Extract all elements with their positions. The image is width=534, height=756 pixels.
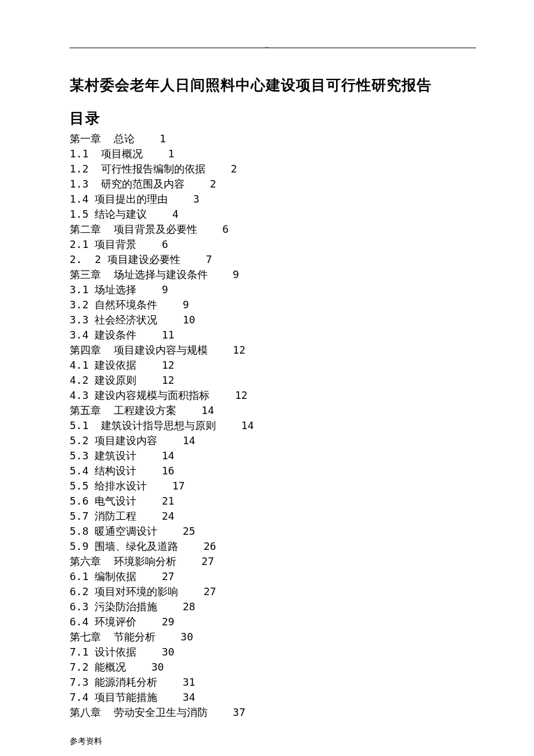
toc-entry: 7.1 设计依据 30	[70, 645, 476, 660]
toc-gap	[208, 268, 233, 280]
toc-entry-page: 30	[181, 631, 193, 643]
toc-entry: 5.1 建筑设计指导思想与原则 14	[70, 418, 476, 433]
toc-entry-page: 6	[162, 238, 168, 250]
toc-gap	[181, 253, 205, 265]
toc-gap	[136, 465, 161, 477]
toc-entry-label: 3.4 建设条件	[70, 329, 136, 341]
toc-entry-label: 7.2 能概况	[70, 661, 126, 673]
toc-entry-page: 6	[222, 223, 229, 235]
toc-gap	[136, 570, 161, 582]
toc-entry-label: 2. 2 项目建设必要性	[70, 253, 181, 265]
toc-gap	[136, 374, 161, 386]
toc-entry: 5.8 暖通空调设计 25	[70, 524, 476, 539]
toc-entry-page: 1	[168, 147, 175, 160]
toc-entry: 7.3 能源消耗分析 31	[70, 675, 476, 690]
toc-entry: 4.1 建设依据 12	[70, 358, 476, 373]
toc-entry-page: 12	[235, 389, 248, 401]
toc-entry: 第五章 工程建设方案 14	[70, 403, 476, 418]
document-page: .. 某村委会老年人日间照料中心建设项目可行性研究报告 目录 第一章 总论 11…	[0, 0, 534, 756]
toc-entry-page: 4	[172, 208, 179, 220]
toc-entry: 5.4 结构设计 16	[70, 463, 476, 478]
toc-entry-label: 5.7 消防工程	[70, 510, 136, 522]
toc-entry-page: 12	[162, 374, 175, 386]
toc-entry: 7.2 能概况 30	[70, 660, 476, 675]
toc-entry-label: 3.2 自然环境条件	[70, 298, 157, 311]
toc-entry-label: 5.4 结构设计	[70, 465, 136, 477]
toc-heading: 目录	[70, 109, 476, 128]
toc-gap	[210, 389, 234, 401]
toc-entry-page: 25	[183, 525, 196, 537]
toc-entry-page: 34	[183, 691, 196, 703]
toc-entry: 第六章 环境影响分析 27	[70, 554, 476, 569]
toc-entry-label: 4.3 建设内容规模与面积指标	[70, 389, 210, 401]
toc-entry: 5.7 消防工程 24	[70, 509, 476, 524]
toc-entry-page: 31	[183, 676, 196, 688]
toc-entry: 1.1 项目概况 1	[70, 146, 476, 161]
toc-entry-page: 14	[162, 449, 175, 462]
toc-gap	[185, 178, 210, 190]
toc-entry-label: 2.1 项目背景	[70, 238, 136, 250]
toc-entry: 5.5 给排水设计 17	[70, 478, 476, 494]
toc-gap	[136, 329, 161, 341]
header-rule	[70, 48, 476, 48]
toc-entry-page: 27	[162, 570, 175, 582]
toc-entry-label: 5.6 电气设计	[70, 495, 136, 507]
toc-entry-page: 30	[151, 661, 164, 673]
toc-entry-label: 7.1 设计依据	[70, 646, 136, 658]
toc-entry-page: 12	[162, 359, 175, 371]
toc-gap	[205, 163, 230, 175]
toc-gap	[178, 585, 203, 597]
toc-entry-label: 1.3 研究的范围及内容	[70, 178, 185, 190]
footer-text: 参考资料	[70, 736, 476, 747]
toc-gap	[136, 615, 161, 628]
toc-gap	[157, 600, 182, 613]
toc-entry-label: 第一章 总论	[70, 132, 135, 145]
toc-entry-label: 3.1 场址选择	[70, 283, 136, 296]
toc-entry-page: 2	[231, 163, 237, 175]
toc-entry-page: 7	[205, 253, 212, 265]
toc-entry: 3.1 场址选择 9	[70, 282, 476, 297]
toc-entry: 5.2 项目建设内容 14	[70, 433, 476, 448]
toc-entry: 2.1 项目背景 6	[70, 237, 476, 252]
toc-entry-page: 16	[162, 465, 175, 477]
toc-gap	[147, 480, 172, 492]
toc-gap	[136, 646, 161, 658]
toc-entry: 第四章 项目建设内容与规模 12	[70, 343, 476, 358]
toc-gap	[178, 540, 203, 552]
toc-gap	[216, 419, 241, 431]
toc-entry-label: 1.5 结论与建议	[70, 208, 147, 220]
toc-entry: 第二章 项目背景及必要性 6	[70, 222, 476, 237]
toc-gap	[208, 344, 233, 356]
toc-entry: 3.2 自然环境条件 9	[70, 297, 476, 312]
toc-entry-page: 14	[183, 434, 196, 447]
toc-entry-page: 27	[201, 555, 214, 567]
toc-entry-label: 1.2 可行性报告编制的依据	[70, 163, 205, 175]
toc-entry: 1.3 研究的范围及内容 2	[70, 177, 476, 192]
toc-entry: 1.2 可行性报告编制的依据 2	[70, 161, 476, 177]
toc-entry-label: 5.1 建筑设计指导思想与原则	[70, 419, 216, 431]
toc-entry: 6.4 环境评价 29	[70, 614, 476, 629]
toc-entry-page: 9	[233, 268, 239, 280]
toc-entry-page: 28	[183, 600, 196, 613]
toc-entry: 5.9 围墙、绿化及道路 26	[70, 539, 476, 554]
toc-list: 第一章 总论 11.1 项目概况 11.2 可行性报告编制的依据 21.3 研究…	[70, 131, 476, 720]
toc-gap	[136, 449, 161, 462]
toc-gap	[156, 631, 181, 643]
toc-entry: 2. 2 项目建设必要性 7	[70, 252, 476, 267]
toc-entry-label: 第二章 项目背景及必要性	[70, 223, 197, 235]
toc-entry-page: 2	[210, 178, 217, 190]
toc-gap	[176, 555, 201, 567]
toc-entry-label: 7.4 项目节能措施	[70, 691, 157, 703]
toc-entry-label: 5.3 建筑设计	[70, 449, 136, 462]
toc-entry-page: 11	[162, 329, 175, 341]
toc-gap	[136, 238, 161, 250]
toc-entry-page: 30	[162, 646, 175, 658]
toc-entry-page: 21	[162, 495, 175, 507]
toc-gap	[157, 314, 182, 326]
toc-entry-page: 12	[233, 344, 246, 356]
toc-gap	[136, 359, 161, 371]
toc-entry-page: 26	[204, 540, 217, 552]
toc-entry-label: 5.9 围墙、绿化及道路	[70, 540, 178, 552]
toc-entry: 第一章 总论 1	[70, 131, 476, 146]
toc-entry-page: 9	[162, 283, 168, 296]
